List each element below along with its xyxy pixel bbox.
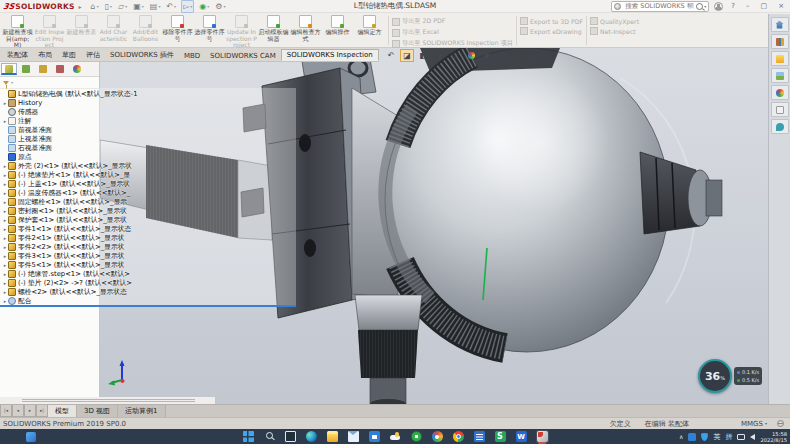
ribbon-button[interactable]: Add Characteristic	[98, 14, 129, 42]
ribbon-button[interactable]: Add/Edit Balloons	[130, 14, 161, 42]
panel-tab[interactable]	[69, 63, 85, 75]
view-tool-button[interactable]	[432, 49, 446, 62]
view-tool-button[interactable]	[384, 49, 398, 62]
ribbon-button[interactable]: 选择零件序号	[194, 14, 225, 42]
view-tool-button[interactable]	[400, 49, 414, 62]
quick-access-button[interactable]	[181, 0, 194, 13]
display-icon[interactable]	[737, 434, 745, 440]
view-tool-button[interactable]	[448, 49, 462, 62]
minimize-button[interactable]: –	[743, 1, 753, 12]
view-tool-button[interactable]	[464, 49, 478, 62]
task-pane-button[interactable]	[771, 68, 789, 83]
task-pane-button[interactable]	[771, 85, 789, 100]
command-tab[interactable]: 草图	[57, 49, 81, 61]
quick-access-button[interactable]	[132, 1, 145, 12]
tab-scroll-button[interactable]: ▸|	[36, 405, 48, 417]
taskbar-app-button[interactable]	[494, 430, 507, 443]
ribbon-button[interactable]: Update Inspection Project	[226, 14, 257, 49]
quick-access-button[interactable]	[214, 1, 226, 12]
quick-access-button[interactable]	[117, 1, 128, 12]
performance-widget[interactable]: 36 % 0.1 K/s 0.5 K/s	[698, 359, 762, 393]
command-tab[interactable]: MBD	[179, 51, 205, 61]
command-tab[interactable]: 布局	[33, 49, 57, 61]
taskbar-app-button[interactable]	[452, 430, 465, 443]
tree-item[interactable]: ▸ History	[2, 98, 296, 107]
help-search-box[interactable]: ▾	[611, 1, 709, 12]
panel-tab[interactable]	[18, 63, 34, 75]
user-login-icon[interactable]	[714, 2, 723, 11]
task-pane-button[interactable]	[771, 51, 789, 66]
command-tab[interactable]: 评估	[81, 49, 105, 61]
command-tab[interactable]: SOLIDWORKS Inspection	[281, 49, 379, 61]
panel-tab[interactable]	[35, 63, 51, 75]
taskbar-app-button[interactable]	[263, 430, 276, 443]
ribbon-button[interactable]: 编辑检查方式	[290, 14, 321, 42]
taskbar-app-button[interactable]	[536, 430, 549, 443]
taskbar-app-button[interactable]	[410, 430, 423, 443]
close-button[interactable]: ×	[775, 1, 787, 12]
panel-tab[interactable]	[1, 63, 17, 75]
view-tool-button[interactable]	[480, 49, 494, 62]
command-tab[interactable]: SOLIDWORKS CAM	[205, 51, 281, 61]
view-tab[interactable]: 运动算例1	[118, 405, 165, 417]
taskbar-app-button[interactable]	[515, 430, 528, 443]
view-tool-button[interactable]	[496, 49, 510, 62]
view-tab[interactable]: 模型	[48, 405, 77, 417]
panel-splitter[interactable]	[0, 305, 296, 307]
ime-indicator[interactable]: 拼	[725, 432, 732, 442]
quick-access-button[interactable]	[165, 1, 177, 12]
command-tab[interactable]: 装配体	[2, 49, 33, 61]
quick-access-button[interactable]	[198, 1, 210, 12]
quick-access-button[interactable]	[104, 1, 113, 12]
taskbar-app-button[interactable]	[305, 430, 318, 443]
view-tab[interactable]: 3D 视图	[77, 405, 118, 417]
hidden-icons-chevron-icon[interactable]: ∧	[679, 433, 683, 440]
language-indicator[interactable]: 英	[713, 432, 720, 442]
ribbon-button[interactable]: 移除零件序号	[162, 14, 193, 42]
tree-item[interactable]: 传感器	[2, 107, 296, 116]
clock[interactable]: 15:58 2022/8/15	[760, 431, 787, 443]
restore-button[interactable]: ▢	[758, 1, 771, 12]
help-button[interactable]: ?	[728, 1, 738, 12]
ribbon-button[interactable]: 新建检查项目(amp;M)	[2, 14, 33, 49]
tree-item[interactable]: L型铂铑热电偶 (默认<默认_显示状态-1	[2, 89, 296, 98]
units-selector[interactable]: MMGS	[741, 420, 767, 428]
ribbon-button[interactable]: Edit Inspection Project	[34, 14, 65, 49]
taskbar-app-button[interactable]	[284, 430, 297, 443]
tab-scroll-button[interactable]: |◂	[0, 405, 12, 417]
tree-item[interactable]: ▸ 配合	[2, 296, 296, 305]
view-tool-button[interactable]	[416, 49, 430, 62]
quick-access-button[interactable]	[149, 1, 162, 12]
panel-tab[interactable]	[52, 63, 68, 75]
task-pane-button[interactable]	[771, 119, 789, 134]
ribbon-button[interactable]: 启动模板编辑器	[258, 14, 289, 42]
status-globe-icon[interactable]	[777, 420, 784, 427]
taskbar-app-button[interactable]	[473, 430, 486, 443]
volume-icon[interactable]	[750, 434, 755, 440]
taskbar-app-button[interactable]	[389, 430, 402, 443]
taskbar-app-button[interactable]	[326, 430, 339, 443]
widgets-icon[interactable]	[26, 432, 36, 442]
menu-expand-arrow-icon[interactable]: ▸	[79, 3, 82, 10]
command-tab[interactable]: SOLIDWORKS 插件	[105, 49, 179, 61]
task-pane-button[interactable]	[771, 102, 789, 117]
task-pane-button[interactable]	[771, 17, 789, 32]
search-input[interactable]	[623, 1, 696, 11]
taskbar-app-button[interactable]	[242, 430, 255, 443]
taskbar-app-button[interactable]	[347, 430, 360, 443]
search-icon[interactable]	[696, 3, 703, 10]
security-shield-icon[interactable]	[701, 433, 708, 441]
taskbar-app-button[interactable]	[431, 430, 444, 443]
quick-access-button[interactable]	[90, 1, 100, 12]
tray-app-icon[interactable]	[688, 433, 696, 441]
ribbon-button[interactable]: 编辑操作	[322, 14, 353, 36]
tree-item[interactable]: ▸ 螺栓<2> (默认<<默认>_显示状态	[2, 287, 296, 296]
tab-scroll-button[interactable]: ◂	[12, 405, 24, 417]
tree-item[interactable]: 右视基准面	[2, 143, 296, 152]
ribbon-button[interactable]: 编辑定方	[354, 14, 385, 36]
ribbon-button[interactable]: 新建检查表	[66, 14, 97, 36]
taskbar-app-button[interactable]	[368, 430, 381, 443]
tab-scroll-button[interactable]: ▸	[24, 405, 36, 417]
search-options-caret-icon[interactable]: ▾	[704, 4, 706, 9]
memory-usage-badge[interactable]: 36 %	[698, 359, 732, 393]
